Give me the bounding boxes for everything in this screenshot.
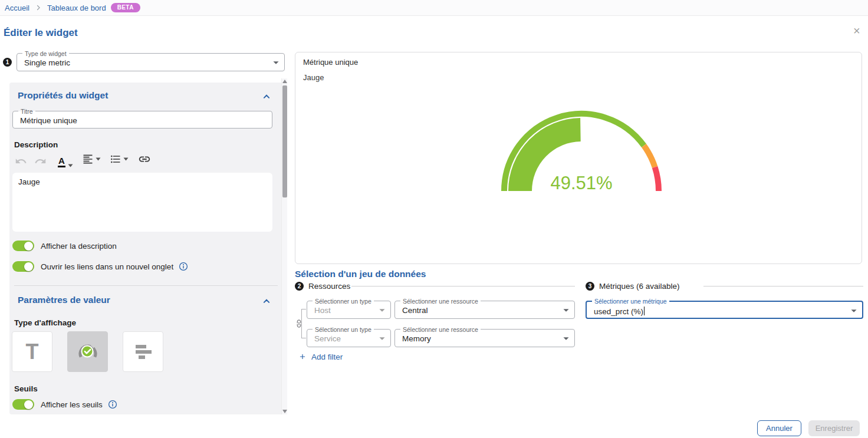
- step-1-marker: 1: [3, 58, 12, 67]
- info-icon[interactable]: [179, 262, 188, 271]
- metrics-label: Métriques (6 available): [599, 282, 680, 291]
- toggle-label: Afficher les seuils: [41, 400, 103, 409]
- resource-select-1[interactable]: Sélectionner une ressource Central: [394, 301, 575, 319]
- chevron-down-icon: [68, 164, 73, 167]
- chevron-up-icon[interactable]: [261, 296, 272, 307]
- display-type-barchart-button[interactable]: [123, 331, 163, 372]
- redo-icon[interactable]: [32, 151, 48, 167]
- section-divider: [14, 285, 278, 286]
- scrollbar-thumb[interactable]: [282, 85, 287, 197]
- display-type-gauge-button[interactable]: [67, 331, 108, 372]
- bullet-list-icon[interactable]: [110, 151, 129, 167]
- gauge-ring-critical-arc: [655, 167, 659, 191]
- show-description-toggle[interactable]: [12, 241, 34, 251]
- cancel-button[interactable]: Annuler: [757, 420, 801, 436]
- thresholds-label: Seuils: [14, 384, 38, 393]
- info-icon[interactable]: [108, 400, 117, 409]
- title-field[interactable]: Titre Métrique unique: [12, 111, 272, 129]
- scroll-up-icon[interactable]: [282, 78, 287, 84]
- chevron-down-icon: [376, 304, 389, 317]
- dataset-section-title: Sélection d'un jeu de données: [295, 269, 426, 279]
- description-editor[interactable]: Jauge: [12, 173, 272, 232]
- chevron-down-icon: [560, 332, 573, 345]
- chevron-down-icon: [96, 157, 101, 161]
- gauge-selected-icon: [76, 340, 100, 364]
- metrics-divider: [703, 286, 863, 286]
- step-2-marker: 2: [295, 282, 304, 291]
- chevron-up-icon[interactable]: [261, 91, 272, 102]
- gauge-value-text: 49.51%: [550, 173, 612, 193]
- title-field-label: Titre: [18, 108, 35, 115]
- display-type-label: Type d'affichage: [14, 318, 76, 327]
- preview-description: Jauge: [303, 73, 324, 82]
- add-filter-button[interactable]: Add filter: [298, 351, 343, 362]
- open-links-toggle[interactable]: [12, 261, 34, 272]
- resource-type-select-1[interactable]: Sélectionner un type Host: [307, 301, 391, 319]
- properties-section-title: Propriétés du widget: [18, 90, 108, 101]
- breadcrumb-link-home[interactable]: Accueil: [5, 4, 29, 12]
- show-thresholds-toggle[interactable]: [12, 399, 34, 410]
- scroll-down-icon[interactable]: [282, 409, 287, 414]
- toggle-label: Afficher la description: [41, 242, 117, 251]
- beta-badge: BETA: [111, 3, 140, 12]
- resource-type-select-2[interactable]: Sélectionner un type Service: [307, 329, 391, 347]
- widget-type-select-label: Type de widget: [22, 50, 69, 57]
- rich-text-toolbar: A: [13, 151, 151, 167]
- breadcrumb: Accueil Tableaux de bord BETA: [0, 0, 868, 16]
- gauge-chart: 49.51%: [499, 106, 664, 196]
- step-3-marker: 3: [586, 282, 594, 291]
- toggle-row-open-links: Ouvrir les liens dans un nouvel onglet: [12, 261, 188, 272]
- resource-select-2[interactable]: Sélectionner une ressource Memory: [394, 329, 575, 347]
- font-color-icon[interactable]: A: [58, 151, 73, 167]
- toggle-label: Ouvrir les liens dans un nouvel onglet: [41, 262, 173, 271]
- chevron-down-icon: [847, 304, 860, 317]
- text-cursor: [644, 307, 645, 315]
- save-button[interactable]: Enregistrer: [808, 420, 860, 436]
- chevron-down-icon: [376, 332, 389, 345]
- text-display-icon: T: [26, 341, 39, 363]
- title-field-value: Métrique unique: [13, 111, 272, 125]
- widget-editor-page: Accueil Tableaux de bord BETA Éditer le …: [0, 0, 868, 438]
- toggle-row-show-thresholds: Afficher les seuils: [12, 399, 117, 410]
- display-type-text-button[interactable]: T: [12, 331, 52, 372]
- widget-type-select[interactable]: Type de widget Single metric: [17, 53, 285, 71]
- description-label: Description: [14, 140, 58, 149]
- page-title: Éditer le widget: [4, 27, 78, 39]
- breadcrumb-link-dashboards[interactable]: Tableaux de bord: [47, 4, 106, 12]
- chain-link-icon: [294, 318, 304, 329]
- value-params-section-title: Paramètres de valeur: [18, 295, 110, 305]
- chevron-down-icon: [123, 157, 129, 161]
- bar-chart-icon: [131, 340, 155, 364]
- resources-divider: [351, 286, 575, 286]
- metric-select[interactable]: Sélectionner une métrique used_prct (%): [586, 301, 863, 319]
- preview-title: Métrique unique: [303, 58, 358, 67]
- panel-scrollbar[interactable]: [281, 78, 287, 414]
- gauge-ring-warning-arc: [644, 146, 655, 167]
- widget-preview-card: Métrique unique Jauge 49.51%: [295, 52, 862, 264]
- chevron-down-icon: [560, 304, 573, 317]
- plus-icon: [298, 353, 307, 361]
- widget-settings-panel: Propriétés du widget Titre Métrique uniq…: [9, 83, 287, 414]
- chevron-down-icon: [269, 56, 282, 69]
- toggle-row-show-description: Afficher la description: [12, 241, 117, 251]
- text-align-icon[interactable]: [82, 151, 101, 167]
- description-text: Jauge: [18, 177, 40, 186]
- link-icon[interactable]: [138, 151, 151, 167]
- chevron-right-icon: [34, 4, 42, 12]
- close-icon[interactable]: ×: [853, 25, 860, 37]
- resources-label: Ressources: [308, 282, 350, 291]
- undo-icon[interactable]: [13, 151, 28, 167]
